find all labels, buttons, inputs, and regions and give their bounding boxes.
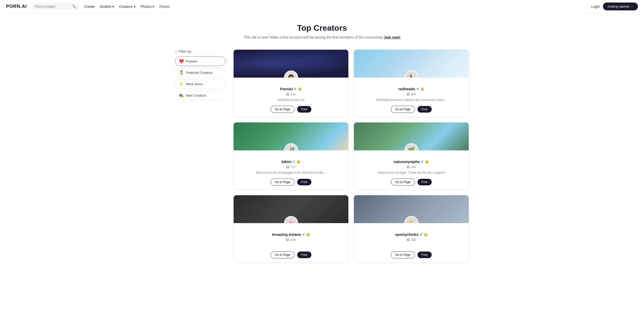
hero-section: Top Creators This site is new! Make a fr… <box>0 13 644 44</box>
card-body-bikini: bikini ✔ 👑 🖼 717 Welcome to the homepage… <box>234 150 348 190</box>
card-actions-redheads: Go to Page Free <box>358 106 465 113</box>
count-value-bikini: 717 <box>290 165 295 169</box>
image-icon-pornai: 🖼 <box>286 93 289 96</box>
goto-button-bikini[interactable]: Go to Page <box>271 179 295 186</box>
nav-models[interactable]: Models ▾ <box>100 5 114 9</box>
creator-card-redheads: 💃 redheads ✔ 👑 🖼 669 Redheads possess a … <box>354 49 469 117</box>
new-label: New Creators <box>186 94 206 97</box>
verified-icon-amazingasians: ✔ <box>302 233 305 237</box>
verified-icon-bikini: ✔ <box>292 160 295 164</box>
card-desc-redheads: Redheads possess a distinct and uncommon… <box>358 98 465 103</box>
card-body-pornai: PornAI ✔ 👑 🖼 1.4k Welcome to porn.ai! Go… <box>234 78 348 117</box>
avatar-wrap-sportychicks: 💪 <box>404 216 419 223</box>
filter-new[interactable]: 🎭 New Creators <box>175 91 226 100</box>
image-icon-redheads: 🖼 <box>407 93 410 96</box>
avatar-emoji-amazingasians: 🌸 <box>285 217 297 223</box>
image-icon-amazingasians: 🖼 <box>286 238 289 242</box>
image-icon-naturenymphs: 🖼 <box>407 165 410 169</box>
nav-forum[interactable]: Forum <box>159 5 169 9</box>
login-button[interactable]: Login <box>591 5 600 9</box>
avatar-emoji-bikini: 🏄 <box>285 144 297 150</box>
avatar-wrap-pornai: 👩 <box>284 70 298 78</box>
verified-icon-redheads: ✔ <box>416 87 419 91</box>
card-actions-naturenymphs: Go to Page Free <box>358 179 465 186</box>
avatar-emoji-pornai: 👩 <box>285 71 297 78</box>
goto-button-naturenymphs[interactable]: Go to Page <box>391 179 415 186</box>
search-bar: 🔍 <box>32 3 79 10</box>
creator-name-sportychicks: sportychicks <box>395 232 419 237</box>
card-count-redheads: 🖼 669 <box>358 93 465 96</box>
count-value-redheads: 669 <box>411 93 416 96</box>
count-value-naturenymphs: 264 <box>411 165 416 169</box>
verified-icon-sportychicks: ✔ <box>420 233 423 237</box>
card-count-sportychicks: 🖼 188 <box>358 238 465 242</box>
nav-creators[interactable]: Creators ▾ <box>119 5 136 9</box>
card-desc-empty <box>238 244 344 248</box>
search-icon: 🔍 <box>72 5 76 8</box>
new-icon: 🎭 <box>179 93 184 98</box>
crown-icon-sportychicks: 👑 <box>424 233 428 236</box>
count-value-sportychicks: 188 <box>411 238 416 242</box>
filter-featured[interactable]: 🏅 Featured Creators <box>175 68 226 77</box>
nav-photos[interactable]: Photos ▾ <box>141 5 154 9</box>
filter-icon: ≡ <box>175 49 177 54</box>
avatar-redheads: 💃 <box>404 70 419 78</box>
creator-card-amazingasians: 🌸 Amazing Asians ✔ 👑 🖼 2.9k Go to Page F… <box>233 195 349 263</box>
card-actions-amazingasians: Go to Page Free <box>238 251 344 258</box>
featured-icon: 🏅 <box>179 70 184 75</box>
card-name-sportychicks: sportychicks ✔ 👑 <box>358 232 465 237</box>
creator-card-sportychicks: 💪 sportychicks ✔ 👑 🖼 188 Go to Page Free <box>354 195 469 263</box>
brand-logo[interactable]: PORN.AI <box>6 4 27 9</box>
avatar-amazingasians: 🌸 <box>284 216 298 223</box>
creator-name-naturenymphs: naturenymphs <box>394 159 420 164</box>
nav-links: Create Models ▾ Creators ▾ Photos ▾ Foru… <box>84 5 591 9</box>
goto-button-redheads[interactable]: Go to Page <box>391 106 415 113</box>
getting-started-button[interactable]: Getting started → <box>603 3 638 10</box>
card-name-redheads: redheads ✔ 👑 <box>358 87 465 91</box>
featured-label: Featured Creators <box>186 71 213 75</box>
filter-popular[interactable]: ❤️ Popular <box>175 57 226 66</box>
card-body-amazingasians: Amazing Asians ✔ 👑 🖼 2.9k Go to Page Fre… <box>234 223 348 262</box>
page-title: Top Creators <box>5 23 639 33</box>
avatar-emoji-naturenymphs: 🌿 <box>405 144 418 150</box>
verified-icon-pornai: ✔ <box>294 87 297 91</box>
nav-create[interactable]: Create <box>84 5 95 9</box>
card-name-bikini: bikini ✔ 👑 <box>238 159 344 164</box>
popular-label: Popular <box>186 59 197 63</box>
filter-by-label: ≡ Filter by <box>175 49 226 54</box>
card-banner-pornai: 👩 <box>234 50 348 78</box>
free-button-bikini[interactable]: Free <box>297 179 312 185</box>
creator-grid: 👩 PornAI ✔ 👑 🖼 1.4k Welcome to porn.ai! … <box>233 49 469 263</box>
crown-icon-pornai: 👑 <box>298 87 302 91</box>
card-name-amazingasians: Amazing Asians ✔ 👑 <box>238 232 344 237</box>
join-link[interactable]: Join now! <box>384 35 400 39</box>
free-button-amazingasians[interactable]: Free <box>297 252 312 258</box>
creator-name-pornai: PornAI <box>280 87 293 91</box>
card-count-naturenymphs: 🖼 264 <box>358 165 465 169</box>
creator-card-pornai: 👩 PornAI ✔ 👑 🖼 1.4k Welcome to porn.ai! … <box>233 49 349 117</box>
nav-right: Login Getting started → <box>591 3 638 10</box>
search-input[interactable] <box>35 5 70 8</box>
crown-icon-redheads: 👑 <box>420 87 424 91</box>
card-name-pornai: PornAI ✔ 👑 <box>238 87 344 91</box>
count-value-pornai: 1.4k <box>290 93 296 96</box>
hero-subtitle: This site is new! Make a free account an… <box>5 35 639 39</box>
card-desc-empty <box>358 244 465 248</box>
sidebar: ≡ Filter by ❤️ Popular 🏅 Featured Creato… <box>175 49 226 100</box>
goto-button-sportychicks[interactable]: Go to Page <box>391 251 415 258</box>
card-desc-bikini: Welcome to the homepage of the 2023 porn… <box>238 171 344 175</box>
free-button-redheads[interactable]: Free <box>418 106 432 113</box>
free-button-pornai[interactable]: Free <box>297 106 312 113</box>
goto-button-amazingasians[interactable]: Go to Page <box>271 251 295 258</box>
navbar: PORN.AI 🔍 Create Models ▾ Creators ▾ Pho… <box>0 0 644 13</box>
free-button-naturenymphs[interactable]: Free <box>418 179 432 185</box>
creator-name-redheads: redheads <box>398 87 415 91</box>
goto-button-pornai[interactable]: Go to Page <box>271 106 295 113</box>
avatar-sportychicks: 💪 <box>404 216 419 223</box>
card-banner-bikini: 🏄 <box>234 122 348 150</box>
free-button-sportychicks[interactable]: Free <box>418 252 432 258</box>
card-count-amazingasians: 🖼 2.9k <box>238 238 344 242</box>
card-body-sportychicks: sportychicks ✔ 👑 🖼 188 Go to Page Free <box>354 223 469 262</box>
filter-active[interactable]: ⚡ More active <box>175 79 226 89</box>
avatar-wrap-amazingasians: 🌸 <box>284 216 298 223</box>
